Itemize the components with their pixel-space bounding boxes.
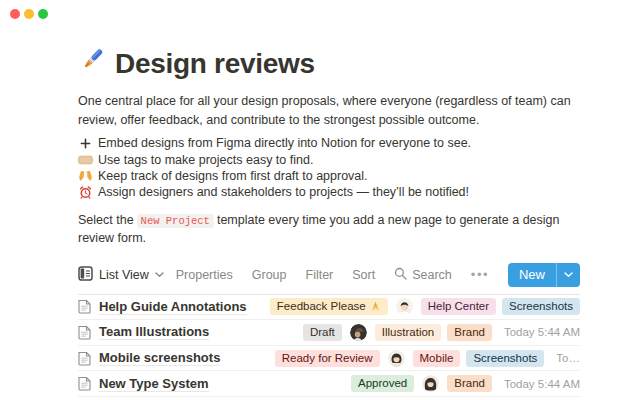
search-label: Search xyxy=(412,268,452,282)
tag-blue[interactable]: Screenshots xyxy=(466,350,544,367)
minimize-window-button[interactable] xyxy=(24,9,34,19)
avatar xyxy=(388,350,405,367)
page-content: Design reviews One central place for all… xyxy=(0,46,640,400)
zoom-window-button[interactable] xyxy=(38,9,48,19)
table-row[interactable]: Help Guide AnnotationsFeedback PleaseHel… xyxy=(78,295,580,321)
chevron-down-icon[interactable] xyxy=(556,263,580,287)
row-title[interactable]: Mobile screenshots xyxy=(99,350,220,366)
page-icon xyxy=(78,325,91,340)
avatar xyxy=(422,375,439,392)
more-options-button[interactable]: ••• xyxy=(471,267,489,282)
row-title[interactable]: New Type System xyxy=(99,376,209,392)
tag-label: Feedback Please xyxy=(277,298,366,315)
table-row[interactable]: Team IllustrationsDraftIllustrationBrand… xyxy=(78,320,580,346)
tag-blue[interactable]: Screenshots xyxy=(502,298,580,315)
hint-prefix: Select the xyxy=(78,213,134,227)
avatar xyxy=(350,324,367,341)
search-button[interactable]: Search xyxy=(394,267,452,283)
alarm-clock-icon xyxy=(78,186,93,199)
tag-gray[interactable]: Draft xyxy=(303,324,342,341)
database-rows: Help Guide AnnotationsFeedback PleaseHel… xyxy=(78,295,580,397)
feature-bullet: Use tags to make projects easy to find. xyxy=(78,151,580,167)
toolbar-filter[interactable]: Filter xyxy=(306,268,334,282)
bullet-text: Keep track of designs from first draft t… xyxy=(98,169,368,183)
row-date: Today 5:44 AM xyxy=(504,326,580,338)
view-switcher[interactable]: List View xyxy=(78,266,164,284)
row-properties: Ready for ReviewMobileScreenshotsTo… xyxy=(275,350,580,367)
tag-label: Approved xyxy=(358,375,407,392)
paintbrush-icon xyxy=(78,46,106,82)
database-toolbar: List View PropertiesGroupFilterSort Sear… xyxy=(78,263,580,295)
tag-label: Draft xyxy=(310,324,335,341)
tag-label: Brand xyxy=(454,324,485,341)
inline-code-new-project: New Project xyxy=(137,214,214,228)
feature-bullet: Assign designers and stakeholders to pro… xyxy=(78,184,580,200)
tag-label: Screenshots xyxy=(509,298,573,315)
table-row[interactable]: New Type SystemApprovedBrandToday 5:44 A… xyxy=(78,371,580,397)
list-view-icon xyxy=(78,266,93,284)
bullet-text: Assign designers and stakeholders to pro… xyxy=(98,185,469,199)
raised-hands-icon xyxy=(78,170,93,182)
new-button[interactable]: New xyxy=(508,263,580,287)
toolbar-group[interactable]: Group xyxy=(252,268,287,282)
toolbar-actions: PropertiesGroupFilterSort Search ••• New xyxy=(176,263,580,287)
row-date: To… xyxy=(556,352,580,364)
feature-bullet: Embed designs from Figma directly into N… xyxy=(78,135,580,151)
tag-label: Illustration xyxy=(382,324,434,341)
praying-hands-icon xyxy=(370,301,381,312)
chevron-down-icon xyxy=(155,272,164,278)
tag-green[interactable]: Approved xyxy=(351,375,414,392)
row-date: Today 5:44 AM xyxy=(504,378,580,390)
view-label: List View xyxy=(99,268,149,282)
tag-orange[interactable]: Brand xyxy=(447,375,492,392)
row-title[interactable]: Help Guide Annotations xyxy=(99,299,247,315)
tag-red[interactable]: Mobile xyxy=(413,350,461,367)
window-titlebar xyxy=(0,0,640,26)
page-title[interactable]: Design reviews xyxy=(115,47,315,81)
row-properties: ApprovedBrandToday 5:44 AM xyxy=(351,375,580,392)
tag-label: Screenshots xyxy=(473,350,537,367)
page-icon xyxy=(78,351,91,366)
template-hint: Select theNew Projecttemplate every time… xyxy=(78,212,580,247)
new-button-label[interactable]: New xyxy=(508,263,556,287)
feature-bullet-list: Embed designs from Figma directly into N… xyxy=(78,135,580,201)
tag-orange[interactable]: Brand xyxy=(447,324,492,341)
page-title-row: Design reviews xyxy=(78,46,580,82)
toolbar-menu: PropertiesGroupFilterSort xyxy=(176,268,375,282)
search-icon xyxy=(394,267,407,283)
tag-yellow[interactable]: Feedback Please xyxy=(270,298,388,315)
row-title[interactable]: Team Illustrations xyxy=(99,324,209,340)
tag-label: Brand xyxy=(454,375,485,392)
table-row[interactable]: Mobile screenshotsReady for ReviewMobile… xyxy=(78,346,580,372)
row-properties: DraftIllustrationBrandToday 5:44 AM xyxy=(303,324,580,341)
tag-label: Ready for Review xyxy=(282,350,373,367)
feature-bullet: Keep track of designs from first draft t… xyxy=(78,168,580,184)
row-properties: Feedback PleaseHelp CenterScreenshots xyxy=(270,298,580,315)
tag-label: Help Center xyxy=(428,298,489,315)
tag-red[interactable]: Ready for Review xyxy=(275,350,380,367)
tag-orange_light[interactable]: Illustration xyxy=(375,324,441,341)
avatar xyxy=(396,298,413,315)
toolbar-sort[interactable]: Sort xyxy=(352,268,375,282)
tag-pink[interactable]: Help Center xyxy=(421,298,496,315)
plus-icon xyxy=(78,138,93,149)
bullet-text: Use tags to make projects easy to find. xyxy=(98,153,313,167)
page-icon xyxy=(78,299,91,314)
tag-label: Mobile xyxy=(420,350,454,367)
toolbar-properties[interactable]: Properties xyxy=(176,268,233,282)
label-icon xyxy=(78,155,93,165)
close-window-button[interactable] xyxy=(10,9,20,19)
page-icon xyxy=(78,376,91,391)
intro-paragraph: One central place for all your design pr… xyxy=(78,92,580,130)
bullet-text: Embed designs from Figma directly into N… xyxy=(98,136,471,150)
